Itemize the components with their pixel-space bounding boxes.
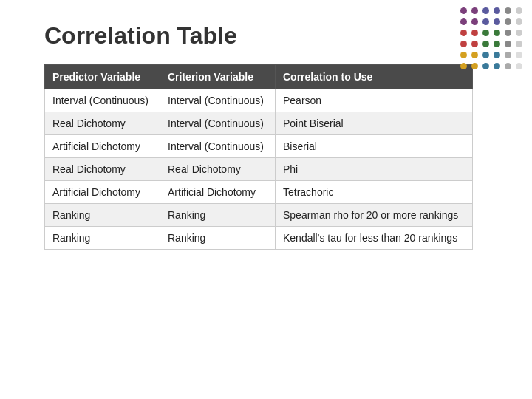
table-cell: Ranking bbox=[160, 227, 276, 250]
correlation-table: Predictor Variable Criterion Variable Co… bbox=[44, 64, 473, 250]
table-cell: Interval (Continuous) bbox=[45, 89, 160, 112]
table-row: Interval (Continuous)Interval (Continuou… bbox=[45, 89, 473, 112]
table-cell: Artificial Dichotomy bbox=[45, 135, 160, 158]
table-cell: Kendall's tau for less than 20 rankings bbox=[276, 227, 473, 250]
table-cell: Real Dichotomy bbox=[45, 158, 160, 181]
table-cell: Ranking bbox=[160, 204, 276, 227]
table-cell: Biserial bbox=[276, 135, 473, 158]
table-row: RankingRankingKendall's tau for less tha… bbox=[45, 227, 473, 250]
table-row: Real DichotomyInterval (Continuous)Point… bbox=[45, 112, 473, 135]
table-row: Artificial DichotomyArtificial Dichotomy… bbox=[45, 181, 473, 204]
table-cell: Artificial Dichotomy bbox=[45, 181, 160, 204]
table-cell: Point Biserial bbox=[276, 112, 473, 135]
table-row: Artificial DichotomyInterval (Continuous… bbox=[45, 135, 473, 158]
table-cell: Real Dichotomy bbox=[160, 158, 276, 181]
table-cell: Tetrachoric bbox=[276, 181, 473, 204]
table-row: RankingRankingSpearman rho for 20 or mor… bbox=[45, 204, 473, 227]
table-cell: Interval (Continuous) bbox=[160, 135, 276, 158]
table-cell: Ranking bbox=[45, 204, 160, 227]
col-header-predictor: Predictor Variable bbox=[45, 65, 160, 89]
page-title: Correlation Table bbox=[0, 0, 532, 64]
col-header-criterion: Criterion Variable bbox=[160, 65, 276, 89]
table-cell: Spearman rho for 20 or more rankings bbox=[276, 204, 473, 227]
decorative-dot-grid bbox=[460, 7, 525, 72]
table-cell: Interval (Continuous) bbox=[160, 112, 276, 135]
correlation-table-container: Predictor Variable Criterion Variable Co… bbox=[44, 64, 488, 250]
table-cell: Interval (Continuous) bbox=[160, 89, 276, 112]
table-cell: Real Dichotomy bbox=[45, 112, 160, 135]
table-cell: Pearson bbox=[276, 89, 473, 112]
col-header-correlation: Correlation to Use bbox=[276, 65, 473, 89]
table-cell: Artificial Dichotomy bbox=[160, 181, 276, 204]
table-header-row: Predictor Variable Criterion Variable Co… bbox=[45, 65, 473, 89]
table-row: Real DichotomyReal DichotomyPhi bbox=[45, 158, 473, 181]
table-cell: Phi bbox=[276, 158, 473, 181]
table-cell: Ranking bbox=[45, 227, 160, 250]
